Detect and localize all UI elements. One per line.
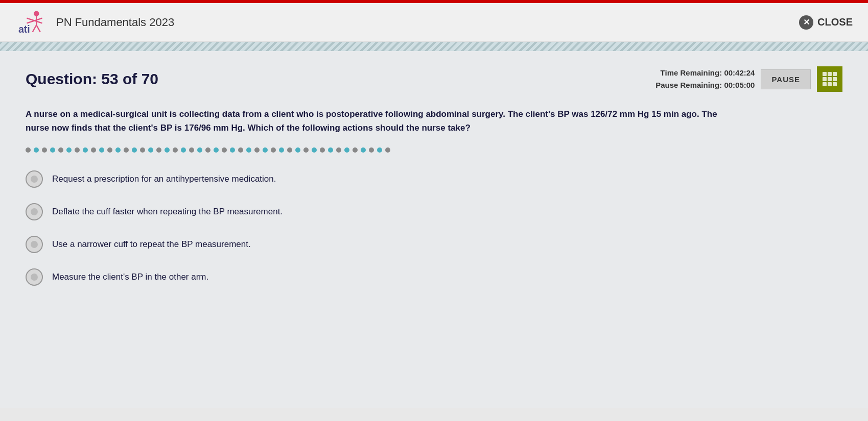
question-title: Question: 53 of 70	[26, 70, 158, 88]
close-button[interactable]: ✕ CLOSE	[799, 15, 853, 30]
dot-10	[99, 147, 104, 153]
calculator-button[interactable]	[817, 66, 842, 92]
dot-32	[279, 147, 284, 153]
dot-21	[189, 147, 194, 153]
dot-12	[115, 147, 121, 153]
svg-point-0	[34, 11, 39, 16]
dot-15	[140, 147, 145, 153]
time-remaining-label: Time Remaining:	[661, 68, 722, 77]
dot-36	[312, 147, 317, 153]
dot-20	[181, 147, 186, 153]
dot-28	[246, 147, 251, 153]
dot-24	[214, 147, 219, 153]
ati-logo: ati	[15, 8, 46, 36]
radio-inner-d	[31, 274, 38, 281]
dot-27	[238, 147, 243, 153]
dot-14	[132, 147, 137, 153]
dot-40	[344, 147, 349, 153]
dot-6	[66, 147, 72, 153]
dot-11	[107, 147, 112, 153]
dot-41	[353, 147, 358, 153]
dot-22	[197, 147, 202, 153]
close-label: CLOSE	[817, 16, 853, 28]
radio-inner-b	[31, 208, 38, 215]
dot-26	[230, 147, 235, 153]
dot-19	[173, 147, 178, 153]
time-remaining-line: Time Remaining: 00:42:24	[655, 67, 755, 79]
answer-text-d: Measure the client's BP in the other arm…	[52, 272, 208, 282]
calculator-icon	[823, 72, 837, 86]
question-text: A nurse on a medical-surgical unit is co…	[26, 107, 741, 135]
dot-43	[369, 147, 374, 153]
dot-7	[75, 147, 80, 153]
pause-button[interactable]: PAUSE	[761, 69, 811, 89]
dot-30	[263, 147, 268, 153]
dot-23	[205, 147, 210, 153]
dot-33	[287, 147, 292, 153]
dot-39	[336, 147, 341, 153]
answer-text-c: Use a narrower cuff to repeat the BP mea…	[52, 239, 251, 250]
header: ati PN Fundamentals 2023 ✕ CLOSE	[0, 3, 868, 42]
main-content: Question: 53 of 70 Time Remaining: 00:42…	[0, 51, 868, 408]
radio-b[interactable]	[26, 203, 43, 220]
radio-inner-a	[31, 176, 38, 183]
header-left: ati PN Fundamentals 2023	[15, 8, 174, 36]
answer-option-c[interactable]: Use a narrower cuff to repeat the BP mea…	[26, 233, 842, 256]
radio-inner-c	[31, 241, 38, 248]
dot-4	[50, 147, 55, 153]
dot-44	[377, 147, 382, 153]
timer-text: Time Remaining: 00:42:24 Pause Remaining…	[655, 67, 755, 91]
dot-13	[124, 147, 129, 153]
dot-16	[148, 147, 153, 153]
svg-line-5	[36, 25, 40, 32]
dot-42	[361, 147, 366, 153]
dot-37	[320, 147, 325, 153]
answer-option-d[interactable]: Measure the client's BP in the other arm…	[26, 266, 842, 288]
time-remaining-value: 00:42:24	[724, 68, 755, 77]
answer-text-b: Deflate the cuff faster when repeating t…	[52, 207, 283, 217]
timer-section: Time Remaining: 00:42:24 Pause Remaining…	[655, 66, 842, 92]
dot-45	[385, 147, 390, 153]
pause-remaining-value: 00:05:00	[724, 81, 755, 89]
pause-remaining-line: Pause Remaining: 00:05:00	[655, 79, 755, 91]
dot-31	[271, 147, 276, 153]
dot-18	[165, 147, 170, 153]
pause-remaining-label: Pause Remaining:	[655, 81, 722, 89]
dot-38	[328, 147, 333, 153]
answer-text-a: Request a prescription for an antihypert…	[52, 174, 276, 184]
radio-a[interactable]	[26, 170, 43, 188]
svg-text:ati: ati	[18, 23, 30, 35]
dot-separator	[26, 147, 842, 153]
dot-9	[91, 147, 96, 153]
stripe-separator	[0, 42, 868, 51]
dot-17	[156, 147, 161, 153]
radio-c[interactable]	[26, 236, 43, 253]
dot-8	[83, 147, 88, 153]
dot-2	[34, 147, 39, 153]
radio-d[interactable]	[26, 268, 43, 286]
answer-option-a[interactable]: Request a prescription for an antihypert…	[26, 168, 842, 190]
dot-35	[303, 147, 309, 153]
dot-29	[254, 147, 260, 153]
question-header: Question: 53 of 70 Time Remaining: 00:42…	[26, 66, 842, 92]
dot-1	[26, 147, 31, 153]
dot-5	[58, 147, 63, 153]
dot-3	[42, 147, 47, 153]
dot-25	[222, 147, 227, 153]
header-title: PN Fundamentals 2023	[56, 16, 174, 29]
answers-section: Request a prescription for an antihypert…	[26, 168, 842, 288]
answer-option-b[interactable]: Deflate the cuff faster when repeating t…	[26, 201, 842, 223]
svg-line-4	[33, 25, 37, 32]
dot-34	[295, 147, 300, 153]
close-icon: ✕	[799, 15, 813, 30]
